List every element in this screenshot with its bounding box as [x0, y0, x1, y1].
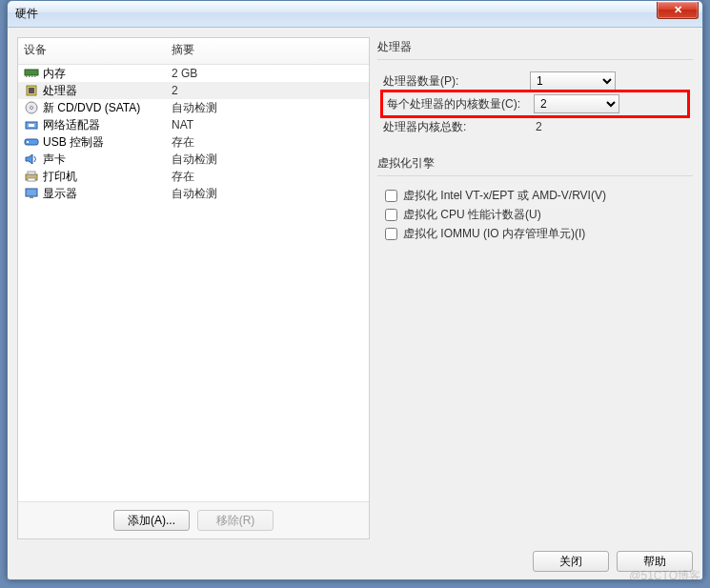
processor-group-label: 处理器	[377, 39, 693, 55]
row-total-cores: 处理器内核总数: 2	[383, 115, 687, 138]
device-list[interactable]: 设备 摘要 内存2 GB处理器2新 CD/DVD (SATA)自动检测网络适配器…	[18, 38, 369, 501]
num-processors-label: 处理器数量(P):	[383, 73, 524, 90]
virt-option[interactable]: 虚拟化 Intel VT-x/EPT 或 AMD-V/RVI(V)	[383, 186, 687, 205]
col-summary-header: 摘要	[172, 42, 363, 58]
device-name: 显示器	[43, 186, 77, 202]
device-summary: 2	[172, 84, 363, 97]
svg-rect-0	[25, 70, 38, 75]
device-summary: 自动检测	[172, 152, 363, 168]
device-summary: NAT	[172, 118, 363, 132]
remove-device-button[interactable]: 移除(R)	[197, 510, 274, 531]
device-summary: 存在	[172, 169, 363, 185]
device-name: USB 控制器	[43, 134, 104, 151]
window-title: 硬件	[15, 6, 38, 22]
row-cores-per-processor: 每个处理器的内核数量(C): 2	[383, 92, 687, 115]
titlebar[interactable]: 硬件 ✕	[8, 1, 702, 28]
display-icon	[24, 187, 39, 200]
device-row[interactable]: 网络适配器NAT	[18, 116, 369, 133]
hardware-dialog: 硬件 ✕ 设备 摘要 内存2 GB处理器2新 CD/DVD (SATA)自动检测…	[7, 0, 703, 580]
device-name: 处理器	[43, 83, 77, 99]
device-summary: 自动检测	[172, 186, 363, 202]
virt-option-label: 虚拟化 CPU 性能计数器(U)	[403, 207, 541, 223]
virt-option-label: 虚拟化 Intel VT-x/EPT 或 AMD-V/RVI(V)	[403, 188, 606, 204]
dialog-footer: 关闭 帮助	[17, 547, 693, 572]
printer-icon	[24, 170, 39, 183]
network-icon	[24, 118, 39, 132]
device-row[interactable]: 处理器2	[18, 82, 369, 99]
add-device-button[interactable]: 添加(A)...	[113, 510, 190, 531]
svg-rect-12	[27, 141, 29, 143]
sound-icon	[24, 152, 39, 166]
close-button[interactable]: ✕	[657, 2, 699, 19]
svg-rect-14	[28, 172, 35, 174]
device-row[interactable]: 打印机存在	[18, 168, 369, 185]
device-name: 新 CD/DVD (SATA)	[43, 100, 140, 116]
virt-checkbox[interactable]	[385, 209, 397, 221]
device-row[interactable]: 新 CD/DVD (SATA)自动检测	[18, 99, 369, 116]
svg-rect-4	[34, 75, 36, 77]
close-dialog-button[interactable]: 关闭	[533, 551, 609, 572]
device-name: 内存	[43, 66, 66, 82]
cores-per-processor-label: 每个处理器的内核数量(C):	[387, 96, 528, 112]
device-row[interactable]: USB 控制器存在	[18, 133, 369, 151]
total-cores-value: 2	[530, 120, 542, 133]
device-buttons: 添加(A)... 移除(R)	[18, 501, 369, 538]
svg-point-8	[30, 107, 33, 110]
panels: 设备 摘要 内存2 GB处理器2新 CD/DVD (SATA)自动检测网络适配器…	[17, 37, 693, 539]
virt-group: 虚拟化 Intel VT-x/EPT 或 AMD-V/RVI(V)虚拟化 CPU…	[377, 175, 693, 249]
virt-group-label: 虚拟化引擎	[377, 155, 693, 172]
device-name: 网络适配器	[43, 117, 100, 133]
device-panel: 设备 摘要 内存2 GB处理器2新 CD/DVD (SATA)自动检测网络适配器…	[17, 37, 370, 539]
virt-option-label: 虚拟化 IOMMU (IO 内存管理单元)(I)	[403, 226, 585, 242]
device-summary: 自动检测	[172, 100, 363, 116]
device-name: 声卡	[43, 152, 66, 168]
processor-group: 处理器数量(P): 1 每个处理器的内核数量(C): 2 处理器内核总数: 2	[377, 59, 693, 144]
svg-rect-2	[29, 75, 30, 77]
device-summary: 2 GB	[172, 67, 363, 80]
virt-checkbox[interactable]	[385, 190, 397, 202]
device-name: 打印机	[43, 169, 77, 185]
device-row[interactable]: 内存2 GB	[18, 65, 369, 82]
svg-rect-17	[30, 196, 33, 198]
device-row[interactable]: 声卡自动检测	[18, 151, 369, 168]
virt-option[interactable]: 虚拟化 CPU 性能计数器(U)	[383, 205, 687, 224]
num-processors-select[interactable]: 1	[530, 71, 616, 91]
row-num-processors: 处理器数量(P): 1	[383, 70, 687, 92]
svg-rect-16	[26, 189, 37, 196]
svg-rect-6	[29, 88, 34, 93]
col-device-header: 设备	[24, 42, 172, 58]
virt-option[interactable]: 虚拟化 IOMMU (IO 内存管理单元)(I)	[383, 224, 687, 243]
device-list-header: 设备 摘要	[18, 38, 369, 65]
client-area: 设备 摘要 内存2 GB处理器2新 CD/DVD (SATA)自动检测网络适配器…	[8, 28, 702, 579]
cores-per-processor-select[interactable]: 2	[534, 94, 619, 113]
device-row[interactable]: 显示器自动检测	[18, 185, 369, 202]
svg-rect-10	[29, 124, 34, 127]
cpu-icon	[24, 84, 39, 97]
close-icon: ✕	[674, 4, 682, 15]
cd-icon	[24, 101, 39, 114]
svg-rect-3	[31, 75, 33, 77]
usb-icon	[24, 135, 39, 149]
virt-checkbox[interactable]	[385, 228, 397, 240]
device-summary: 存在	[172, 134, 363, 151]
memory-icon	[24, 67, 39, 80]
total-cores-label: 处理器内核总数:	[383, 119, 524, 135]
detail-panel: 处理器 处理器数量(P): 1 每个处理器的内核数量(C): 2	[377, 37, 693, 539]
svg-rect-15	[28, 178, 35, 181]
help-button[interactable]: 帮助	[617, 551, 693, 572]
svg-rect-1	[26, 75, 28, 77]
